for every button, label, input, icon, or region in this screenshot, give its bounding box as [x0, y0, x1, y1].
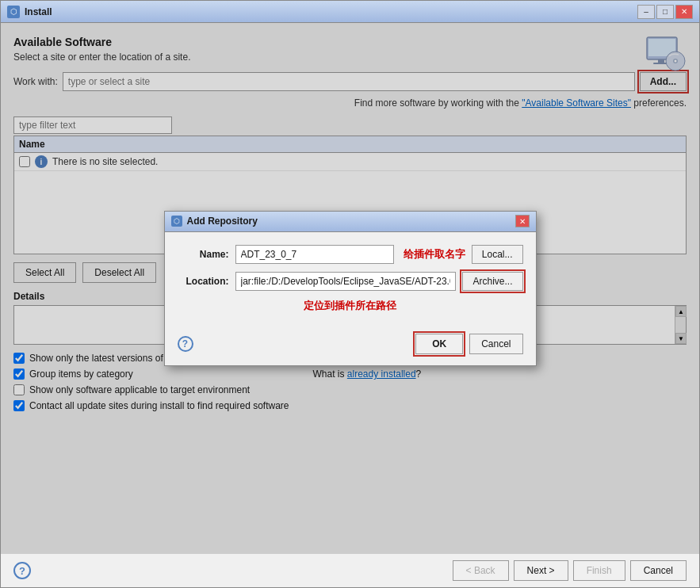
dialog-cancel-button[interactable]: Cancel: [469, 334, 522, 354]
dialog-help-icon[interactable]: ?: [178, 336, 193, 352]
finish-button[interactable]: Finish: [573, 560, 625, 581]
local-button[interactable]: Local...: [472, 245, 523, 264]
help-icon[interactable]: ?: [13, 562, 31, 579]
name-annotation: 给插件取名字: [404, 247, 465, 262]
location-field-input[interactable]: [235, 272, 457, 291]
window-icon: ⬡: [7, 6, 20, 18]
location-field-row: Location: Archive...: [178, 272, 523, 291]
title-bar: ⬡ Install – □ ✕: [1, 1, 699, 23]
minimize-button[interactable]: –: [637, 5, 655, 19]
dialog-action-buttons: OK Cancel: [415, 334, 522, 354]
add-repository-dialog: ⬡ Add Repository ✕ Name: 给插件取名字 Local...: [164, 211, 537, 366]
location-annotation: 定位到插件所在路径: [178, 299, 523, 313]
cancel-button[interactable]: Cancel: [630, 560, 687, 581]
dialog-close-button[interactable]: ✕: [515, 215, 530, 227]
name-field-input[interactable]: [235, 245, 394, 264]
dialog-title: Add Repository: [187, 216, 515, 227]
bottom-bar: ? < Back Next > Finish Cancel: [1, 553, 699, 587]
archive-button[interactable]: Archive...: [462, 272, 522, 291]
location-field-label: Location:: [178, 276, 229, 287]
close-button[interactable]: ✕: [675, 5, 693, 19]
name-field-label: Name:: [178, 249, 229, 260]
main-window: ⬡ Install – □ ✕ Available: [0, 0, 700, 588]
dialog-title-bar: ⬡ Add Repository ✕: [165, 212, 536, 232]
dialog-icon: ⬡: [171, 216, 182, 227]
name-field-row: Name: 给插件取名字 Local...: [178, 245, 523, 264]
maximize-button[interactable]: □: [656, 5, 674, 19]
title-bar-buttons: – □ ✕: [637, 5, 693, 19]
back-button[interactable]: < Back: [453, 560, 509, 581]
dialog-footer: ? OK Cancel: [165, 334, 536, 365]
nav-buttons: < Back Next > Finish Cancel: [453, 560, 687, 581]
window-title: Install: [25, 6, 637, 17]
ok-button[interactable]: OK: [415, 334, 463, 354]
dialog-body: Name: 给插件取名字 Local... Location: Archive.…: [165, 232, 536, 334]
dialog-overlay: ⬡ Add Repository ✕ Name: 给插件取名字 Local...: [1, 23, 699, 553]
main-content: Available Software Select a site or ente…: [1, 23, 699, 553]
next-button[interactable]: Next >: [514, 560, 568, 581]
